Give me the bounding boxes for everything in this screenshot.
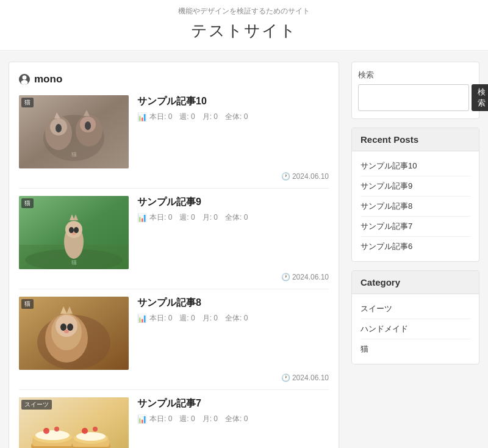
recent-posts-body: サンプル記事10サンプル記事9サンプル記事8サンプル記事7サンプル記事6 bbox=[352, 151, 479, 261]
recent-post-link[interactable]: サンプル記事8 bbox=[361, 197, 470, 217]
stats-icon: 📊 bbox=[137, 112, 147, 121]
post-title[interactable]: サンプル記事10 bbox=[137, 95, 329, 108]
svg-text:猫: 猫 bbox=[71, 259, 77, 266]
post-item: スイーツ スイーツ サンプル記事7 📊 本日: 0 週: 0 月: 0 全体: … bbox=[19, 397, 329, 448]
post-item: 猫 猫 サンプル記事9 📊 本日: 0 週: 0 月: 0 全体: 0 🕐 20… bbox=[19, 196, 329, 289]
post-badge: 猫 bbox=[21, 299, 34, 309]
post-title[interactable]: サンプル記事8 bbox=[137, 297, 329, 309]
post-info: サンプル記事10 📊 本日: 0 週: 0 月: 0 全体: 0 bbox=[137, 95, 329, 122]
svg-point-28 bbox=[56, 315, 77, 337]
stats-text: 本日: 0 週: 0 月: 0 全体: 0 bbox=[149, 112, 248, 122]
person-icon bbox=[19, 74, 30, 85]
post-title[interactable]: サンプル記事7 bbox=[137, 397, 329, 410]
svg-point-20 bbox=[69, 227, 74, 233]
post-row: 猫 サンプル記事8 📊 本日: 0 週: 0 月: 0 全体: 0 bbox=[19, 297, 329, 370]
recent-post-link[interactable]: サンプル記事9 bbox=[361, 176, 470, 197]
post-thumbnail[interactable]: 猫 猫 bbox=[19, 95, 129, 168]
search-label: 検索 bbox=[358, 70, 473, 81]
posts-list: 猫 猫 サンプル記事10 📊 本日: 0 週: 0 月: 0 全体: 0 🕐 2… bbox=[19, 95, 329, 448]
sidebar: 検索 検索 Recent Posts サンプル記事10サンプル記事9サンプル記事… bbox=[351, 62, 479, 364]
category-header: Category bbox=[352, 271, 479, 294]
date-text: 2024.06.10 bbox=[292, 374, 329, 382]
category-widget: Category スイーツハンドメイド猫 bbox=[351, 270, 479, 364]
section-title: mono bbox=[34, 73, 62, 85]
svg-point-22 bbox=[72, 233, 76, 235]
section-header: mono bbox=[19, 73, 329, 85]
post-date: 🕐 2024.06.10 bbox=[19, 374, 329, 382]
svg-point-43 bbox=[43, 428, 49, 434]
post-row: スイーツ スイーツ サンプル記事7 📊 本日: 0 週: 0 月: 0 全体: … bbox=[19, 397, 329, 448]
svg-text:猫: 猫 bbox=[71, 151, 77, 157]
clock-icon: 🕐 bbox=[281, 273, 290, 281]
recent-post-link[interactable]: サンプル記事10 bbox=[361, 156, 470, 176]
post-thumbnail[interactable]: 猫 bbox=[19, 297, 129, 370]
search-widget: 検索 検索 bbox=[351, 62, 479, 119]
post-thumbnail[interactable]: スイーツ スイーツ bbox=[19, 397, 129, 448]
site-title: テストサイト bbox=[0, 20, 488, 42]
content-area: mono 猫 猫 サンプル記事10 bbox=[9, 62, 339, 448]
post-stats: 📊 本日: 0 週: 0 月: 0 全体: 0 bbox=[137, 313, 329, 323]
category-link[interactable]: 猫 bbox=[361, 339, 470, 359]
category-body: スイーツハンドメイド猫 bbox=[352, 294, 479, 364]
stats-icon: 📊 bbox=[137, 213, 147, 222]
post-stats: 📊 本日: 0 週: 0 月: 0 全体: 0 bbox=[137, 414, 329, 424]
svg-point-33 bbox=[64, 330, 69, 333]
svg-point-46 bbox=[93, 427, 98, 432]
stats-icon: 📊 bbox=[137, 314, 147, 323]
main-wrapper: mono 猫 猫 サンプル記事10 bbox=[0, 51, 488, 448]
recent-posts-header: Recent Posts bbox=[352, 128, 479, 151]
svg-point-32 bbox=[67, 323, 73, 331]
svg-point-42 bbox=[76, 432, 106, 441]
search-row: 検索 bbox=[358, 84, 473, 111]
stats-text: 本日: 0 週: 0 月: 0 全体: 0 bbox=[149, 212, 248, 223]
site-tagline: 機能やデザインを検証するためのサイト bbox=[0, 6, 488, 16]
stats-icon: 📊 bbox=[137, 414, 147, 424]
category-link[interactable]: ハンドメイド bbox=[361, 319, 470, 339]
search-input[interactable] bbox=[358, 84, 469, 111]
post-info: サンプル記事8 📊 本日: 0 週: 0 月: 0 全体: 0 bbox=[137, 297, 329, 323]
svg-point-31 bbox=[60, 323, 66, 331]
svg-point-0 bbox=[23, 76, 27, 80]
post-item: 猫 サンプル記事8 📊 本日: 0 週: 0 月: 0 全体: 0 🕐 2024… bbox=[19, 297, 329, 390]
date-text: 2024.06.10 bbox=[292, 273, 329, 281]
post-info: サンプル記事7 📊 本日: 0 週: 0 月: 0 全体: 0 bbox=[137, 397, 329, 424]
stats-text: 本日: 0 週: 0 月: 0 全体: 0 bbox=[149, 414, 248, 424]
svg-point-1 bbox=[21, 80, 28, 85]
post-info: サンプル記事9 📊 本日: 0 週: 0 月: 0 全体: 0 bbox=[137, 196, 329, 223]
stats-text: 本日: 0 週: 0 月: 0 全体: 0 bbox=[149, 313, 248, 323]
category-link[interactable]: スイーツ bbox=[361, 299, 470, 319]
svg-point-38 bbox=[35, 430, 70, 440]
post-row: 猫 猫 サンプル記事10 📊 本日: 0 週: 0 月: 0 全体: 0 bbox=[19, 95, 329, 168]
post-badge: 猫 bbox=[21, 198, 34, 208]
date-text: 2024.06.10 bbox=[292, 172, 329, 181]
recent-post-link[interactable]: サンプル記事6 bbox=[361, 237, 470, 256]
post-badge: スイーツ bbox=[21, 400, 52, 410]
site-header: 機能やデザインを検証するためのサイト テストサイト bbox=[0, 0, 488, 51]
clock-icon: 🕐 bbox=[281, 172, 290, 181]
svg-point-45 bbox=[82, 428, 88, 434]
post-item: 猫 猫 サンプル記事10 📊 本日: 0 週: 0 月: 0 全体: 0 🕐 2… bbox=[19, 95, 329, 189]
post-badge: 猫 bbox=[21, 98, 34, 107]
recent-post-link[interactable]: サンプル記事7 bbox=[361, 217, 470, 237]
svg-point-17 bbox=[65, 221, 82, 238]
post-title[interactable]: サンプル記事9 bbox=[137, 196, 329, 209]
clock-icon: 🕐 bbox=[281, 374, 290, 382]
search-button[interactable]: 検索 bbox=[472, 84, 488, 111]
post-row: 猫 猫 サンプル記事9 📊 本日: 0 週: 0 月: 0 全体: 0 bbox=[19, 196, 329, 269]
post-stats: 📊 本日: 0 週: 0 月: 0 全体: 0 bbox=[137, 212, 329, 223]
post-thumbnail[interactable]: 猫 猫 bbox=[19, 196, 129, 269]
post-stats: 📊 本日: 0 週: 0 月: 0 全体: 0 bbox=[137, 112, 329, 122]
post-date: 🕐 2024.06.10 bbox=[19, 273, 329, 281]
svg-point-11 bbox=[85, 121, 91, 130]
svg-point-21 bbox=[74, 227, 79, 233]
svg-point-44 bbox=[54, 427, 59, 432]
post-date: 🕐 2024.06.10 bbox=[19, 172, 329, 181]
svg-point-10 bbox=[56, 124, 62, 132]
recent-posts-widget: Recent Posts サンプル記事10サンプル記事9サンプル記事8サンプル記… bbox=[351, 128, 479, 262]
